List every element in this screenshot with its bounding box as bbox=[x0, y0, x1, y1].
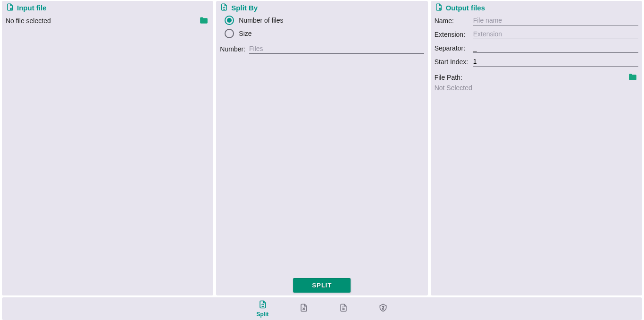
input-file-status: No file selected bbox=[6, 17, 194, 25]
svg-point-0 bbox=[10, 8, 12, 10]
bottom-tab-bar: Split bbox=[2, 297, 642, 320]
output-files-title: Output files bbox=[446, 4, 485, 12]
name-label: Name: bbox=[435, 17, 469, 25]
name-input[interactable] bbox=[473, 16, 638, 25]
folder-icon bbox=[627, 72, 638, 82]
number-input[interactable] bbox=[249, 44, 424, 54]
input-file-panel: Input file No file selected bbox=[2, 1, 213, 295]
start-index-input[interactable] bbox=[473, 57, 638, 67]
input-file-title: Input file bbox=[17, 4, 47, 12]
tab-merge[interactable] bbox=[299, 303, 309, 314]
split-tab-icon bbox=[258, 300, 268, 311]
split-button[interactable]: SPLIT bbox=[293, 278, 351, 293]
separator-label: Separator: bbox=[435, 44, 469, 52]
file-path-label: File Path: bbox=[435, 74, 462, 81]
output-file-browse-button[interactable] bbox=[627, 72, 638, 82]
tab-split-label: Split bbox=[257, 311, 269, 318]
file-search-icon bbox=[6, 3, 14, 13]
extension-label: Extension: bbox=[435, 31, 469, 38]
output-files-header: Output files bbox=[435, 3, 638, 13]
split-by-title: Split By bbox=[231, 4, 258, 12]
tab-donate[interactable] bbox=[378, 303, 388, 314]
start-index-label: Start Index: bbox=[435, 58, 469, 66]
split-file-icon bbox=[220, 3, 228, 13]
split-by-panel: Split By Number of files Size Number: bbox=[216, 1, 427, 295]
radio-size[interactable]: Size bbox=[225, 29, 424, 38]
radio-unchecked-icon bbox=[225, 29, 234, 38]
radio-checked-icon bbox=[225, 16, 234, 25]
donate-tab-icon bbox=[378, 303, 388, 314]
number-label: Number: bbox=[220, 45, 245, 53]
radio-number-label: Number of files bbox=[239, 17, 283, 24]
output-files-panel: Output files Name: Extension: Separator:… bbox=[431, 1, 642, 295]
folder-icon bbox=[198, 16, 209, 25]
radio-number-of-files[interactable]: Number of files bbox=[225, 16, 424, 25]
document-tab-icon bbox=[339, 303, 348, 314]
file-path-value: Not Selected bbox=[435, 84, 638, 92]
merge-tab-icon bbox=[299, 303, 309, 314]
input-file-browse-button[interactable] bbox=[198, 16, 209, 25]
tab-document[interactable] bbox=[339, 303, 348, 314]
file-output-icon bbox=[435, 3, 443, 13]
extension-input[interactable] bbox=[473, 29, 638, 39]
tab-split[interactable]: Split bbox=[257, 300, 269, 318]
split-by-header: Split By bbox=[220, 3, 424, 13]
separator-input[interactable] bbox=[473, 43, 638, 53]
radio-size-label: Size bbox=[239, 30, 251, 37]
input-file-header: Input file bbox=[6, 3, 209, 13]
